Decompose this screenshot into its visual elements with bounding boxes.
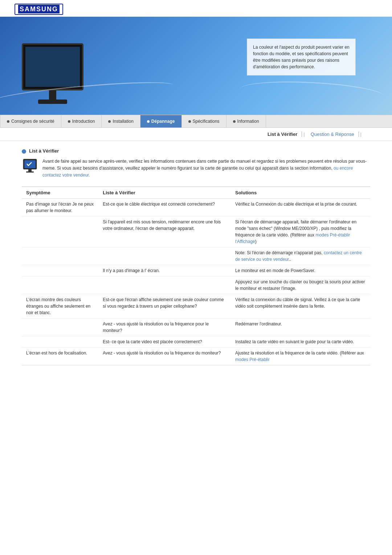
table-row: Avez - vous ajusté la résolution ou la f… bbox=[22, 318, 370, 336]
cell-solutions-9: Ajustez la résolution et la fréquence de… bbox=[231, 347, 370, 365]
table-row: Note: Si l'écran de démarrage n'apparait… bbox=[22, 247, 370, 265]
col-header-symptome: Symptôme bbox=[22, 187, 98, 199]
cell-solutions-4: Le moniteur est en mode de PowerSaver. bbox=[231, 265, 370, 276]
nav-label-information: Information bbox=[237, 119, 259, 124]
nav-bar: Consignes de sécurité Introduction Insta… bbox=[0, 115, 392, 128]
cell-solutions-1: Vérifiez la Connexion du cable électriqu… bbox=[231, 198, 370, 216]
col-header-liste: Liste à Vérifier bbox=[98, 187, 231, 199]
nav-label-introduction: Introduction bbox=[72, 119, 95, 124]
hero-text-box: La couleur et l'aspect du produit peuven… bbox=[247, 39, 356, 76]
nav-label-depannage: Dépannage bbox=[151, 119, 175, 124]
nav-dot-installation bbox=[108, 120, 111, 123]
content-area: List à Vérifier Avant de faire appel au bbox=[0, 141, 392, 380]
nav-consignes[interactable]: Consignes de sécurité bbox=[0, 115, 61, 127]
svg-rect-2 bbox=[28, 169, 32, 171]
cell-liste-9: Avez - vous ajusté la résolution ou la f… bbox=[98, 347, 231, 365]
nav-introduction[interactable]: Introduction bbox=[61, 115, 102, 127]
hero-text: La couleur et l'aspect du produit peuven… bbox=[253, 45, 350, 69]
samsung-logo: SAMSUNG bbox=[15, 4, 63, 15]
cell-symptome-7 bbox=[22, 318, 98, 336]
cell-symptome-9: L'écran est hors de focalisation. bbox=[22, 347, 98, 365]
table-row: Est- ce que la carte video est placée co… bbox=[22, 336, 370, 347]
cell-symptome-8 bbox=[22, 336, 98, 347]
nav-label-consignes: Consignes de sécurité bbox=[11, 119, 54, 124]
cell-liste-8: Est- ce que la carte video est placée co… bbox=[98, 336, 231, 347]
cell-liste-5 bbox=[98, 276, 231, 294]
nav-installation[interactable]: Installation bbox=[102, 115, 140, 127]
cell-solutions-3: Note: Si l'écran de démarrage n'apparait… bbox=[231, 247, 370, 265]
section-monitor-icon bbox=[22, 158, 38, 175]
cell-liste-2: Si l'appareil est mis sous tension, redé… bbox=[98, 216, 231, 247]
cell-liste-6: Est-ce que l'écran affiche seulement une… bbox=[98, 294, 231, 318]
table-row: Pas d'image sur l'écran Je ne peux pas a… bbox=[22, 198, 370, 216]
cell-liste-3 bbox=[98, 247, 231, 265]
cell-solutions-7: Redémarrer l'ordinateur. bbox=[231, 318, 370, 336]
page-header: SAMSUNG bbox=[0, 0, 392, 15]
nav-dot-depannage bbox=[147, 120, 150, 123]
cell-liste-7: Avez - vous ajusté la résolution ou la f… bbox=[98, 318, 231, 336]
sub-nav-divider-end: | bbox=[359, 131, 363, 137]
cell-symptome-1: Pas d'image sur l'écran Je ne peux pas a… bbox=[22, 198, 98, 216]
nav-dot-specifications bbox=[188, 120, 191, 123]
nav-dot-introduction bbox=[68, 120, 70, 123]
blue-dot-icon bbox=[22, 149, 26, 154]
cell-symptome-6: L'écran montre des couleurs étranges ou … bbox=[22, 294, 98, 318]
section-header: List à Vérifier Avant de faire appel au bbox=[22, 148, 370, 179]
nav-specifications[interactable]: Spécifications bbox=[182, 115, 226, 127]
link-modes-pre-etablir-1[interactable]: modes Pré-établir l'Affichage bbox=[235, 232, 350, 244]
hero-banner: La couleur et l'aspect du produit peuven… bbox=[0, 17, 392, 115]
section-desc-text: Avant de faire appel au service après-ve… bbox=[42, 159, 367, 171]
nav-dot-information bbox=[233, 120, 236, 123]
cell-symptome-4 bbox=[22, 265, 98, 276]
cell-symptome-5 bbox=[22, 276, 98, 294]
table-row: Appuyez sur une touche du clavier ou bou… bbox=[22, 276, 370, 294]
cell-symptome-3 bbox=[22, 247, 98, 265]
sub-nav-divider: | bbox=[302, 131, 306, 137]
cell-solutions-2: Si l'écran de démarrage apparait, faite … bbox=[231, 216, 370, 247]
section-description: Avant de faire appel au service après-ve… bbox=[42, 158, 370, 179]
cell-solutions-8: Installez la carte vidéo en suivant le g… bbox=[231, 336, 370, 347]
wave-decoration-2 bbox=[239, 78, 385, 115]
link-modes-pre-etablir-2[interactable]: modes Pré-établir bbox=[235, 357, 270, 362]
sub-nav-qa[interactable]: Question & Réponse bbox=[306, 131, 359, 137]
sub-nav: List à Vérifier | Question & Réponse | bbox=[0, 128, 392, 141]
nav-label-installation: Installation bbox=[113, 119, 133, 124]
link-contactez-1[interactable]: contactez un centre de service ou votre … bbox=[235, 250, 362, 262]
table-row: Si l'appareil est mis sous tension, redé… bbox=[22, 216, 370, 247]
cell-liste-1: Est-ce que le câble électrique est conne… bbox=[98, 198, 231, 216]
nav-dot-consignes bbox=[7, 120, 9, 123]
cell-solutions-5: Appuyez sur une touche du clavier ou bou… bbox=[231, 276, 370, 294]
svg-rect-3 bbox=[26, 171, 34, 173]
cell-liste-4: Il n'y a pas d'image à l' écran. bbox=[98, 265, 231, 276]
section-title: List à Vérifier bbox=[29, 148, 59, 154]
cell-solutions-6: Vérifiez la connexion du câble de signal… bbox=[231, 294, 370, 318]
nav-information[interactable]: Information bbox=[226, 115, 266, 127]
sub-nav-list[interactable]: List à Vérifier bbox=[263, 131, 302, 137]
nav-label-specifications: Spécifications bbox=[193, 119, 220, 124]
table-row: L'écran est hors de focalisation. Avez -… bbox=[22, 347, 370, 365]
table-header-row: Symptôme Liste à Vérifier Solutions bbox=[22, 187, 370, 199]
cell-symptome-2 bbox=[22, 216, 98, 247]
brand-name: SAMSUNG bbox=[18, 5, 60, 13]
col-header-solutions: Solutions bbox=[231, 187, 370, 199]
troubleshoot-table: Symptôme Liste à Vérifier Solutions Pas … bbox=[22, 186, 370, 365]
table-row: L'écran montre des couleurs étranges ou … bbox=[22, 294, 370, 318]
nav-depannage[interactable]: Dépannage bbox=[140, 115, 182, 127]
table-row: Il n'y a pas d'image à l' écran. Le moni… bbox=[22, 265, 370, 276]
